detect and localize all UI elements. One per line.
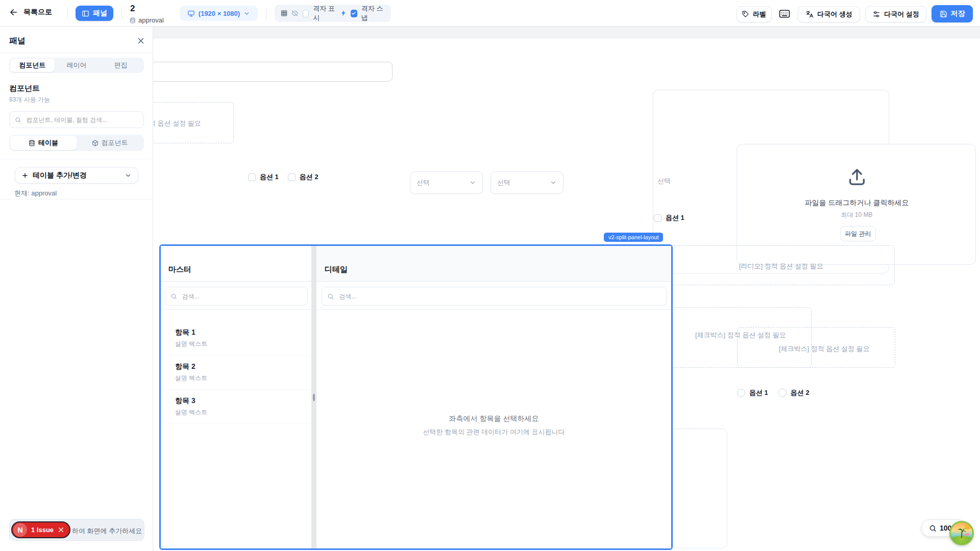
plus-icon [21, 172, 29, 179]
chevron-down-icon [469, 179, 476, 186]
component-search[interactable] [9, 111, 144, 128]
check-icon [351, 11, 356, 16]
list-item-title: 항목 1 [175, 328, 311, 337]
resolution-value: (980 × 551) [199, 10, 240, 17]
top-toolbar: 목록으로 패널 2 approval (980 × 551) 격자 표시 격… [0, 0, 980, 27]
canvas-select-1[interactable]: 선택 [410, 171, 483, 194]
list-item[interactable]: 항목 1 설명 텍스트 [161, 321, 311, 356]
file-manage-button[interactable]: 파일 관리 [840, 226, 876, 241]
monitor-icon [187, 10, 195, 17]
checkbox-option-1[interactable]: 옵션 1 [248, 172, 279, 182]
split-panel-layout[interactable]: 마스터 항목 1 설명 텍스트 항목 2 설명 텍스트 항목 3 설명 텍스트 … [159, 244, 673, 550]
canvas-empty-box[interactable] [669, 429, 727, 548]
detail-search-input[interactable] [322, 287, 667, 306]
grid-snap-label: 격자 스냅 [361, 4, 385, 22]
checkbox-label: 옵션 1 [666, 213, 684, 222]
canvas-select-2[interactable]: 선택 [491, 171, 564, 194]
palm-tree-icon [955, 525, 968, 539]
lightning-icon [340, 10, 347, 17]
detail-empty-desc: 선택한 항목의 관련 데이터가 여기에 표시됩니다 [316, 428, 671, 437]
canvas-placeholder-checkbox-2[interactable]: [체크박스] 정적 옵션 설정 필요 [737, 327, 895, 368]
save-icon [940, 10, 947, 18]
checkbox-icon[interactable] [288, 173, 296, 181]
source-tab-components[interactable]: 컴포넌트 [77, 136, 143, 150]
multilang-settings-button[interactable]: 다국어 설정 [865, 6, 926, 22]
magnifier-icon [929, 524, 937, 532]
tab-layers[interactable]: 레이어 [55, 59, 99, 72]
label-button[interactable]: 라벨 [737, 6, 772, 22]
checkbox-option-2[interactable]: 옵션 2 [288, 172, 318, 182]
upload-icon [847, 167, 867, 187]
floating-select-value[interactable]: 선택 [657, 177, 671, 186]
source-tab-tables[interactable]: 테이블 [10, 136, 77, 150]
source-tab-label: 테이블 [38, 138, 58, 147]
grid-snap-checkbox[interactable] [351, 10, 357, 17]
master-search-input[interactable] [165, 287, 308, 306]
canvas-text-input[interactable] [145, 62, 393, 82]
issue-count: 1 Issue [31, 526, 54, 534]
floating-checkbox-option[interactable]: 옵션 1 [654, 213, 684, 222]
chevron-down-icon [550, 179, 557, 186]
radio-option-2[interactable]: 옵션 2 [778, 388, 810, 397]
master-search-field[interactable] [181, 292, 302, 300]
radio-icon[interactable] [737, 389, 745, 397]
select-value: 선택 [416, 178, 430, 187]
keyboard-icon[interactable] [779, 9, 790, 18]
tab-edit[interactable]: 편집 [99, 59, 143, 72]
grid-show-label: 격자 표시 [313, 4, 336, 22]
list-item[interactable]: 항목 3 설명 텍스트 [161, 390, 311, 424]
resolution-selector[interactable]: (980 × 551) [180, 6, 258, 21]
detail-title: 디테일 [325, 265, 348, 274]
gutter-grip[interactable] [313, 394, 315, 401]
components-section-title: 컴포넌트 [9, 84, 40, 93]
list-item-title: 항목 2 [175, 362, 311, 371]
split-resize-gutter[interactable] [311, 246, 316, 548]
panel-button-label: 패널 [93, 9, 107, 18]
grid-controls: 격자 표시 격자 스냅 [275, 5, 391, 22]
tab-components[interactable]: 컴포넌트 [10, 59, 55, 72]
detail-header: 디테일 [316, 246, 671, 282]
detail-search-field[interactable] [338, 292, 662, 300]
grid-icon[interactable] [281, 9, 287, 17]
eye-off-icon[interactable] [291, 9, 298, 17]
multilang-generate-button[interactable]: 다국어 생성 [798, 6, 860, 22]
add-table-label: 테이블 추가/변경 [33, 171, 120, 180]
cube-icon [92, 140, 99, 146]
database-icon [29, 140, 35, 146]
close-icon[interactable] [58, 527, 64, 533]
components-count: 83개 사용 가능 [9, 95, 50, 104]
master-search-row [161, 282, 311, 310]
checkbox-icon[interactable] [654, 214, 662, 222]
back-to-list[interactable]: 목록으로 [9, 8, 52, 17]
add-table-button[interactable]: 테이블 추가/변경 [15, 167, 138, 184]
database-icon [130, 17, 136, 23]
canvas-gutter-band [153, 27, 980, 38]
hint-text: 하여 화면에 추가하세요 [72, 527, 142, 536]
master-panel: 마스터 항목 1 설명 텍스트 항목 2 설명 텍스트 항목 3 설명 텍스트 [161, 246, 311, 548]
canvas-checkbox-group: 옵션 1 옵션 2 [248, 172, 318, 182]
component-search-field[interactable] [26, 116, 138, 124]
placeholder-text: [라디오] 정적 옵션 설정 필요 [739, 262, 823, 271]
checkbox-icon[interactable] [248, 173, 256, 181]
save-label: 저장 [951, 9, 965, 18]
multilang-generate-label: 다국어 생성 [817, 10, 852, 19]
grid-show-checkbox[interactable] [303, 10, 309, 17]
panel-left-icon [82, 10, 89, 17]
radio-icon[interactable] [778, 389, 787, 397]
placeholder-text: [체크박스] 정적 옵션 설정 필요 [779, 344, 870, 354]
list-item[interactable]: 항목 2 설명 텍스트 [161, 356, 311, 390]
detail-empty-title: 좌측에서 항목을 선택하세요 [316, 414, 671, 423]
close-icon[interactable] [137, 37, 145, 45]
list-item-title: 항목 3 [175, 396, 311, 406]
save-button[interactable]: 저장 [932, 5, 973, 22]
upload-title: 파일을 드래그하거나 클릭하세요 [737, 198, 976, 208]
canvas-radio-group: 옵션 1 옵션 2 [737, 388, 810, 397]
radio-option-1[interactable]: 옵션 1 [737, 388, 768, 397]
detail-search-row [316, 282, 671, 310]
issue-badge[interactable]: N 1 Issue [11, 521, 70, 538]
translate-icon [805, 10, 814, 18]
checkbox-label: 옵션 2 [300, 172, 318, 182]
island-emoji-badge[interactable] [949, 521, 974, 545]
master-title: 마스터 [168, 265, 191, 274]
panel-toggle-button[interactable]: 패널 [76, 6, 113, 21]
